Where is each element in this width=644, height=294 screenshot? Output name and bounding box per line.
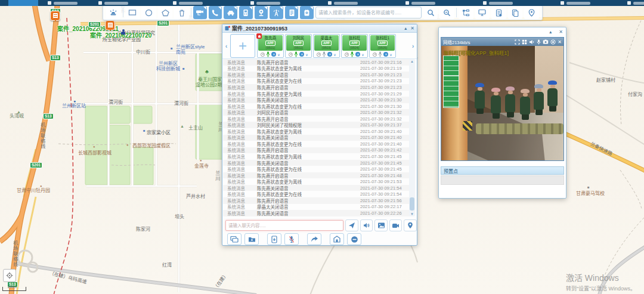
volume-icon[interactable]: [529, 39, 535, 45]
message-row[interactable]: 系统消息陈先燕开启语音2021-07-30 09:21:48: [223, 172, 413, 179]
scroll-down-icon[interactable]: ▼: [409, 212, 415, 216]
search-advanced-button[interactable]: [439, 6, 454, 19]
nav-item[interactable]: [483, 1, 513, 5]
record-doc-button[interactable]: [285, 6, 299, 19]
nav-active-item[interactable]: [8, 0, 38, 6]
send-location-button[interactable]: [404, 219, 417, 231]
search-button[interactable]: [423, 6, 438, 19]
end-session-button[interactable]: [347, 233, 361, 245]
case-close-button[interactable]: ✕: [410, 26, 414, 31]
voice-broadcast-button[interactable]: [360, 219, 373, 231]
cards-next-button[interactable]: ›: [409, 42, 417, 49]
message-row[interactable]: 系统消息陈先燕状态变更为在线2021-07-30 09:21:40: [223, 141, 413, 147]
draw-rectangle-button[interactable]: [125, 6, 140, 19]
message-row[interactable]: 系统消息刘阿民开启语音2021-07-30 09:21:32: [223, 109, 413, 116]
draw-polygon-button[interactable]: [158, 6, 173, 19]
send-image-button[interactable]: [374, 219, 388, 231]
nav-item[interactable]: [173, 1, 203, 5]
case-marker-pin[interactable]: [50, 11, 60, 21]
nav-item[interactable]: [250, 1, 280, 5]
device-tree-button[interactable]: [459, 6, 473, 19]
message-row[interactable]: 系统消息刘阿民关闭了视频权限2021-07-30 09:21:37: [223, 122, 413, 128]
message-row[interactable]: 系统消息陈先燕状态变更为在线2021-07-30 09:21:54: [223, 191, 413, 197]
phone-button[interactable]: [209, 6, 222, 19]
message-row[interactable]: 系统消息陈先燕关闭语音2021-07-30 09:21:23: [223, 72, 413, 78]
nav-item[interactable]: [405, 1, 435, 5]
message-row[interactable]: 系统消息陈先燕状态变更为离线2021-07-30 09:21:53: [223, 178, 413, 185]
message-row[interactable]: 系统消息廖晶太关闭语音2021-07-30 09:22:17: [223, 204, 413, 211]
case-marker-pin[interactable]: [105, 20, 115, 30]
scroll-thumb[interactable]: [410, 197, 414, 211]
mute-all-button[interactable]: [284, 233, 299, 245]
draw-circle-button[interactable]: [141, 6, 156, 19]
body-camera-button[interactable]: [300, 6, 314, 19]
member-card[interactable]: 廖晶太APP(9503)✕∨: [313, 34, 340, 58]
member-hangup-icon[interactable]: ✕: [271, 52, 276, 57]
nav-item[interactable]: [48, 1, 78, 5]
message-row[interactable]: 系统消息陈先燕关闭语音2021-07-30 09:22:26: [223, 210, 413, 216]
message-row[interactable]: 系统消息陈先燕开启语音2021-07-30 09:21:23: [223, 84, 413, 91]
member-more-icon[interactable]: ∨: [333, 52, 336, 57]
message-row[interactable]: 系统消息陈先燕关闭语音2021-07-30 09:21:30: [223, 97, 413, 103]
member-ptz-icon[interactable]: [373, 52, 377, 57]
message-row[interactable]: 系统消息陈先燕状态变更为在线2021-07-30 09:21:45: [223, 166, 413, 172]
member-mic-icon[interactable]: [266, 51, 270, 57]
member-mic-icon[interactable]: [294, 51, 298, 57]
alarm-light-icon[interactable]: [106, 6, 121, 19]
nav-item[interactable]: [98, 1, 128, 5]
member-hangup-icon[interactable]: ✕: [355, 52, 360, 57]
map-locate-button[interactable]: [3, 269, 16, 282]
message-row[interactable]: 系统消息陈先燕开启语音2021-07-30 09:21:32: [223, 116, 413, 122]
member-more-icon[interactable]: ∨: [305, 52, 308, 57]
member-hangup-icon[interactable]: ✕: [327, 52, 332, 57]
task-list-button[interactable]: [491, 6, 506, 19]
member-card[interactable]: 张科旺1APP(9505)✕∨: [369, 34, 396, 58]
message-row[interactable]: 系统消息陈先燕状态变更为离线2021-07-30 09:21:40: [223, 128, 413, 135]
case-collapse-button[interactable]: ▴: [404, 26, 407, 31]
intercom-device-button[interactable]: [239, 6, 253, 19]
message-row[interactable]: 系统消息陈先燕开启语音2021-07-30 09:21:42: [223, 147, 413, 154]
member-tile[interactable]: 廖晶太APP(9503): [314, 35, 339, 51]
member-more-icon[interactable]: ∨: [361, 52, 364, 57]
location-mark-button[interactable]: [524, 6, 539, 19]
delete-button[interactable]: [174, 6, 189, 19]
preset-point-header[interactable]: 预置点: [441, 166, 564, 175]
add-member-button[interactable]: +: [230, 34, 255, 58]
copy-doc-button[interactable]: [508, 6, 523, 19]
forward-case-button[interactable]: [307, 233, 321, 245]
member-more-icon[interactable]: ∨: [277, 52, 280, 57]
nav-item[interactable]: [627, 1, 644, 5]
member-tile[interactable]: 张科旺1APP(9505): [370, 35, 395, 51]
member-ptz-icon[interactable]: [261, 52, 265, 57]
member-ptz-icon[interactable]: [345, 52, 349, 57]
message-row[interactable]: 系统消息陈先燕状态变更为在线2021-07-30 09:21:23: [223, 78, 413, 85]
member-ptz-icon[interactable]: [289, 52, 293, 57]
video-window-titlebar[interactable]: ▴ ✕: [439, 27, 566, 36]
talk-icon[interactable]: [537, 39, 541, 45]
video-collapse-button[interactable]: ▴: [549, 30, 552, 35]
webcam-button[interactable]: [255, 6, 268, 19]
cards-prev-button[interactable]: ‹: [222, 42, 230, 49]
record-icon[interactable]: [550, 39, 556, 45]
fullscreen-icon[interactable]: [515, 39, 520, 45]
member-card[interactable]: 刘阿民APP(9502)✕∨: [285, 34, 312, 58]
member-ptz-icon[interactable]: [317, 52, 321, 57]
message-row[interactable]: 系统消息陈先燕状态变更为在线2021-07-30 09:21:30: [223, 103, 413, 110]
message-row[interactable]: 系统消息陈先燕状态变更为离线2021-07-30 09:21:45: [223, 153, 413, 160]
case-window-titlebar[interactable]: 案件_20210730091953 ▴ ✕: [222, 24, 417, 33]
nav-item[interactable]: [561, 1, 590, 5]
scroll-up-icon[interactable]: ▲: [409, 60, 415, 63]
send-message-button[interactable]: [345, 219, 358, 231]
message-row[interactable]: 系统消息陈先燕开启语音2021-07-30 09:21:56: [223, 197, 413, 204]
chat-input[interactable]: [225, 220, 343, 231]
member-mic-icon[interactable]: [322, 51, 326, 57]
video-stream[interactable]: 张科旺[可视化APP_张科旺1]: [441, 46, 564, 160]
split-screen-icon[interactable]: [522, 39, 527, 45]
member-tile[interactable]: 陈先燕APP(9501): [258, 35, 283, 51]
save-record-button[interactable]: [244, 233, 259, 245]
member-card[interactable]: 张科旺APP(9504)✕∨: [341, 34, 368, 58]
message-row[interactable]: 系统消息陈先燕关闭语音2021-07-30 09:21:40: [223, 135, 413, 141]
video-call-button[interactable]: [389, 219, 402, 231]
video-stream-close-icon[interactable]: ✕: [558, 39, 562, 45]
message-scrollbar[interactable]: ▲ ▼: [409, 59, 415, 216]
